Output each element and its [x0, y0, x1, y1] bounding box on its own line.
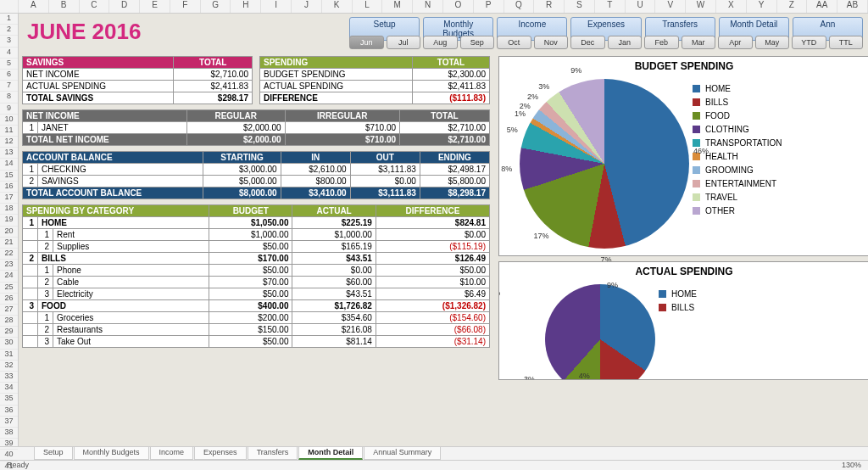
- col-header[interactable]: M: [382, 0, 413, 13]
- col-header[interactable]: X: [716, 0, 747, 13]
- pie-chart-budget: 46%7%17%8%5%1%2%2%3%9%: [520, 79, 689, 249]
- row-header[interactable]: 7: [0, 81, 18, 92]
- row-header[interactable]: 11: [0, 126, 18, 137]
- sheet-tabs: SetupMonthly BudgetsIncomeExpensesTransf…: [0, 446, 868, 460]
- sheet-tab[interactable]: Annual Summary: [364, 447, 441, 460]
- row-header[interactable]: 27: [0, 305, 18, 316]
- col-header[interactable]: G: [201, 0, 231, 13]
- row-header[interactable]: 14: [0, 159, 18, 170]
- col-header[interactable]: Z: [777, 0, 808, 13]
- row-header[interactable]: 17: [0, 193, 18, 204]
- col-header[interactable]: AB: [837, 0, 868, 13]
- col-header[interactable]: F: [170, 0, 201, 13]
- col-header[interactable]: O: [443, 0, 474, 13]
- month-button[interactable]: YTD: [792, 36, 826, 49]
- sheet-tab[interactable]: Expenses: [194, 447, 247, 460]
- pie-slice-label: 8%: [501, 165, 512, 173]
- legend-item: ENTERTAINMENT: [693, 179, 862, 188]
- col-header[interactable]: U: [626, 0, 656, 13]
- row-header[interactable]: 26: [0, 294, 18, 305]
- col-header[interactable]: Q: [504, 0, 535, 13]
- row-header[interactable]: 36: [0, 406, 18, 417]
- row-header[interactable]: 3: [0, 36, 18, 47]
- legend-item: TRANSPORTATION: [693, 138, 862, 148]
- row-header[interactable]: 22: [0, 249, 18, 260]
- col-header[interactable]: J: [292, 0, 322, 13]
- col-header[interactable]: P: [474, 0, 504, 13]
- month-button[interactable]: Nov: [534, 36, 569, 49]
- row-header[interactable]: 16: [0, 182, 18, 193]
- row-header[interactable]: 6: [0, 70, 18, 81]
- col-header[interactable]: C: [80, 0, 110, 13]
- row-header[interactable]: 24: [0, 271, 18, 282]
- col-header[interactable]: S: [565, 0, 595, 13]
- column-headers: ABCDEFGHIJKLMNOPQRSTUVWXYZAAAB: [0, 0, 868, 14]
- row-header[interactable]: 40: [0, 450, 18, 461]
- row-header[interactable]: 30: [0, 338, 18, 349]
- month-button[interactable]: Feb: [644, 36, 679, 49]
- row-header[interactable]: 29: [0, 327, 18, 338]
- table-row: 3FOOD$400.00$1,726.82($1,326.82): [23, 300, 490, 312]
- row-header[interactable]: 9: [0, 104, 18, 115]
- row-header[interactable]: 23: [0, 260, 18, 271]
- col-header[interactable]: H: [231, 0, 261, 13]
- month-button[interactable]: May: [755, 36, 790, 49]
- sheet-tab[interactable]: Transfers: [248, 447, 298, 460]
- sheet-tab[interactable]: Income: [150, 447, 194, 460]
- row-header[interactable]: 19: [0, 215, 18, 226]
- row-header[interactable]: 13: [0, 148, 18, 159]
- spending-table: SPENDINGTOTAL BUDGET SPENDING$2,300.00 A…: [259, 56, 490, 104]
- col-header[interactable]: AA: [807, 0, 837, 13]
- row-header[interactable]: 12: [0, 137, 18, 148]
- sheet-tab[interactable]: Month Detail: [298, 447, 363, 460]
- col-header[interactable]: R: [534, 0, 565, 13]
- row-header[interactable]: 39: [0, 439, 18, 450]
- row-header[interactable]: 35: [0, 394, 18, 405]
- sheet-tab[interactable]: Monthly Budgets: [74, 447, 149, 460]
- month-button[interactable]: TTL: [829, 36, 864, 49]
- status-bar: Ready 130%: [0, 460, 868, 470]
- month-button[interactable]: Jul: [387, 36, 421, 49]
- month-button[interactable]: Oct: [497, 36, 531, 49]
- col-header[interactable]: I: [261, 0, 292, 13]
- col-header[interactable]: N: [413, 0, 443, 13]
- month-button[interactable]: Aug: [423, 36, 458, 49]
- row-header[interactable]: 37: [0, 417, 18, 428]
- row-header[interactable]: 32: [0, 361, 18, 372]
- row-header[interactable]: 15: [0, 171, 18, 182]
- row-header[interactable]: 41: [0, 462, 18, 471]
- month-button[interactable]: Jun: [349, 36, 384, 49]
- col-header[interactable]: A: [19, 0, 49, 13]
- row-header[interactable]: 28: [0, 316, 18, 327]
- row-header[interactable]: 1: [0, 14, 18, 25]
- col-header[interactable]: Y: [747, 0, 777, 13]
- month-button[interactable]: Mar: [682, 36, 716, 49]
- row-header[interactable]: 18: [0, 204, 18, 215]
- month-button[interactable]: Dec: [570, 36, 605, 49]
- col-header[interactable]: B: [49, 0, 80, 13]
- month-button[interactable]: Apr: [718, 36, 753, 49]
- col-header[interactable]: V: [655, 0, 686, 13]
- month-button[interactable]: Sep: [460, 36, 495, 49]
- sheet-tab[interactable]: Setup: [34, 447, 73, 460]
- row-header[interactable]: 21: [0, 238, 18, 249]
- col-header[interactable]: K: [322, 0, 353, 13]
- col-header[interactable]: L: [353, 0, 383, 13]
- row-header[interactable]: 8: [0, 92, 18, 103]
- month-button[interactable]: Jan: [608, 36, 643, 49]
- row-header[interactable]: 33: [0, 372, 18, 383]
- row-header[interactable]: 38: [0, 428, 18, 439]
- row-header[interactable]: 31: [0, 350, 18, 361]
- table-row: 1Groceries$200.00$354.60($154.60): [23, 312, 490, 324]
- col-header[interactable]: T: [595, 0, 626, 13]
- row-header[interactable]: 5: [0, 59, 18, 70]
- row-header[interactable]: 10: [0, 115, 18, 126]
- col-header[interactable]: D: [109, 0, 140, 13]
- row-header[interactable]: 2: [0, 25, 18, 36]
- row-header[interactable]: 25: [0, 283, 18, 294]
- row-header[interactable]: 20: [0, 227, 18, 238]
- col-header[interactable]: E: [140, 0, 170, 13]
- row-header[interactable]: 34: [0, 383, 18, 394]
- col-header[interactable]: W: [686, 0, 716, 13]
- row-header[interactable]: 4: [0, 48, 18, 59]
